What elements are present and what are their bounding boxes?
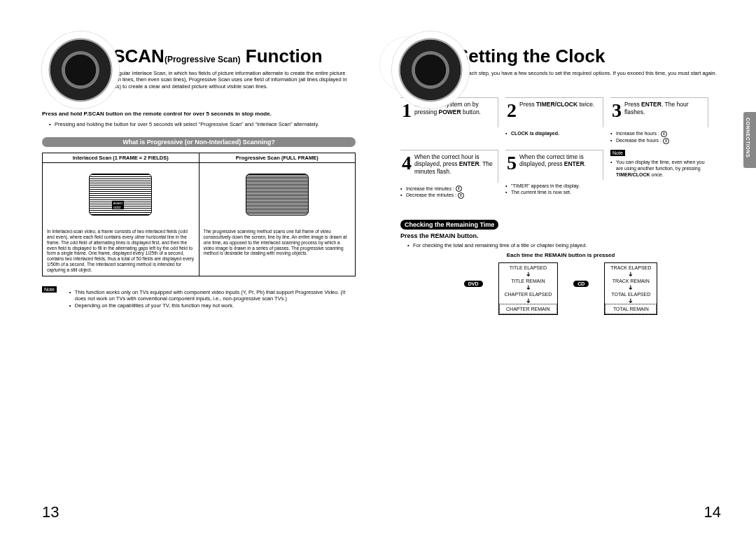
step-3: 3 Press ENTER. The hour flashes. Increas… bbox=[610, 97, 708, 143]
step-text: Press TIMER/CLOCK twice. bbox=[519, 101, 594, 108]
dvd-badge: DVD bbox=[464, 281, 483, 287]
page-title-left: P.SCAN(Progressive Scan) Function bbox=[98, 45, 356, 67]
col1-header: Interlaced Scan (1 FRAME = 2 FIELDS) bbox=[43, 153, 199, 163]
step-4: 4 When the correct hour is displayed, pr… bbox=[400, 150, 498, 199]
note-badge: Note bbox=[610, 150, 625, 156]
step-text: Press ENTER. The hour flashes. bbox=[624, 101, 689, 115]
step-number: 5 bbox=[507, 153, 517, 173]
col1-text: In Interlaced-scan video, a frame consis… bbox=[43, 226, 199, 275]
side-tab-label: CONNECTIONS bbox=[746, 118, 750, 157]
step-text: When the correct time is displayed, pres… bbox=[519, 153, 586, 168]
odd-label: odd bbox=[112, 205, 124, 209]
speaker-graphic bbox=[392, 31, 469, 108]
knob-icon bbox=[663, 138, 669, 144]
step-sub: Decrease the hours : bbox=[610, 137, 708, 144]
step-note: Note You can display the time, even when… bbox=[610, 150, 708, 199]
note-right: You can display the time, even when you … bbox=[610, 159, 708, 178]
step-sub: Increase the hours : bbox=[610, 130, 708, 137]
step-sub: The current time is now set. bbox=[505, 189, 603, 195]
note-badge: Note bbox=[42, 286, 57, 293]
hold-sub: Pressing and holding the button for over… bbox=[49, 121, 356, 128]
section-bar: What is Progressive (or Non-Interlaced) … bbox=[42, 137, 356, 147]
knob-icon bbox=[456, 185, 462, 192]
step-number: 1 bbox=[402, 101, 412, 120]
knob-icon bbox=[661, 131, 667, 137]
crt-icon-progressive bbox=[246, 174, 309, 216]
intro-text: Unlike regular Interlace Scan, in which … bbox=[98, 70, 356, 90]
steps-grid: 1 Switch the system on by pressing POWER… bbox=[400, 97, 721, 199]
cd-flow: TRACK ELAPSED ➜ TRACK REMAIN ➜ TOTAL ELA… bbox=[604, 262, 657, 315]
knob-icon bbox=[458, 192, 464, 199]
step-sub: CLOCK is displayed. bbox=[505, 130, 603, 136]
step-sub: "TIMER" appears in the display. bbox=[505, 183, 603, 189]
cd-badge: CD bbox=[573, 281, 589, 287]
step-number: 2 bbox=[507, 101, 517, 120]
each-press: Each time the REMAIN button is pressed bbox=[400, 252, 721, 258]
speaker-graphic bbox=[42, 31, 119, 108]
page-number-left: 13 bbox=[42, 503, 59, 521]
step-sub: Increase the minutes : bbox=[400, 185, 498, 192]
note2: Depending on the capabilities of your TV… bbox=[69, 302, 356, 309]
dvd-flow: TITLE ELAPSED ➜ TITLE REMAIN ➜ CHAPTER E… bbox=[498, 262, 559, 315]
step-number: 3 bbox=[612, 101, 622, 120]
col2-header: Progressive Scan (FULL FRAME) bbox=[200, 153, 356, 163]
step-sub: Decrease the minutes : bbox=[400, 192, 498, 199]
note1: This function works only on TVs equipped… bbox=[69, 289, 356, 303]
hold-instruction: Press and hold P.SCAN button on the remo… bbox=[42, 111, 356, 118]
title-paren: (Progressive Scan) bbox=[164, 55, 241, 64]
crt-icon-interlaced bbox=[89, 174, 152, 216]
step-5: 5 When the correct time is displayed, pr… bbox=[505, 150, 603, 199]
page-number-right: 14 bbox=[704, 503, 721, 521]
step-text: When the correct hour is displayed, pres… bbox=[414, 153, 493, 175]
comparison-table: Interlaced Scan (1 FRAME = 2 FIELDS) eve… bbox=[42, 153, 356, 276]
page-title-right: Setting the Clock bbox=[456, 45, 721, 67]
arrow-down-icon: ➜ bbox=[526, 272, 530, 331]
title-suffix: Function bbox=[241, 45, 323, 66]
check-bar: Checking the Remaining Time bbox=[400, 220, 498, 230]
step-number: 4 bbox=[402, 153, 412, 173]
check-sub: Press the REMAIN button. bbox=[400, 232, 721, 239]
intro-right: For each step, you have a few seconds to… bbox=[456, 70, 721, 76]
col2-text: The progressive scanning method scans on… bbox=[200, 226, 356, 259]
arrow-down-icon: ➜ bbox=[629, 275, 633, 327]
step-2: 2 Press TIMER/CLOCK twice. CLOCK is disp… bbox=[505, 97, 603, 143]
side-tab: CONNECTIONS bbox=[743, 112, 756, 168]
check-desc: For checking the total and remaining tim… bbox=[407, 242, 721, 249]
